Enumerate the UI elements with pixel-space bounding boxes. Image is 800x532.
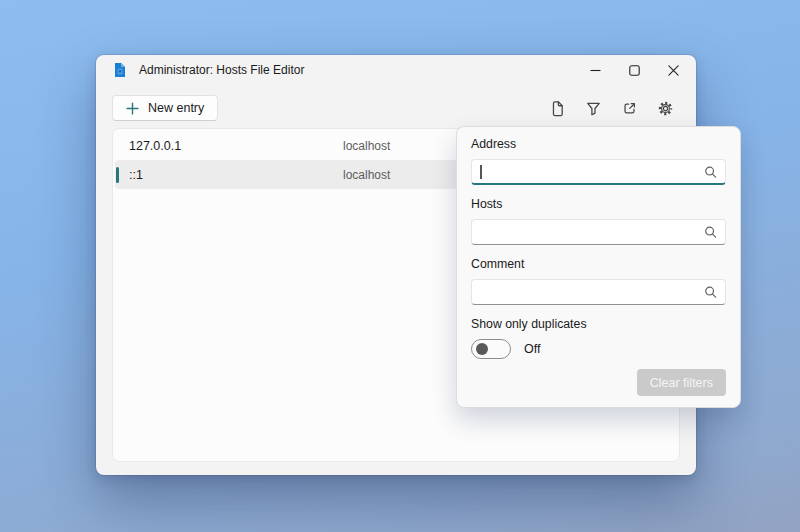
duplicates-toggle-row: Off: [471, 339, 726, 359]
maximize-icon: [629, 65, 640, 76]
address-filter-field[interactable]: [471, 159, 726, 185]
toggle-knob: [476, 343, 488, 355]
row-hosts: localhost: [343, 139, 390, 153]
hosts-filter-label: Hosts: [471, 197, 726, 212]
selection-indicator: [116, 167, 119, 183]
new-file-icon: [549, 100, 566, 117]
toolbar-icons: [549, 100, 680, 117]
plus-icon: [126, 102, 139, 115]
maximize-button[interactable]: [615, 57, 654, 84]
comment-filter-field[interactable]: [471, 279, 726, 305]
clear-filters-button[interactable]: Clear filters: [637, 369, 726, 396]
comment-filter-label: Comment: [471, 257, 726, 272]
filter-button[interactable]: [585, 100, 602, 117]
open-external-icon: [621, 100, 638, 117]
comment-filter-input[interactable]: [472, 280, 725, 304]
close-icon: [668, 65, 679, 76]
hosts-filter-input[interactable]: [472, 220, 725, 244]
hosts-filter-field[interactable]: [471, 219, 726, 245]
settings-button[interactable]: [657, 100, 674, 117]
row-hosts: localhost: [343, 168, 390, 182]
toolbar: New entry: [96, 85, 696, 121]
close-button[interactable]: [654, 57, 693, 84]
address-filter-label: Address: [471, 137, 726, 152]
show-only-duplicates-label: Show only duplicates: [471, 317, 726, 331]
row-address: 127.0.0.1: [129, 139, 343, 153]
new-entry-label: New entry: [148, 101, 204, 115]
toggle-state-label: Off: [524, 342, 540, 356]
window-controls: [576, 57, 693, 84]
text-caret: [480, 165, 482, 179]
minimize-icon: [590, 65, 601, 76]
filter-icon: [585, 100, 602, 117]
titlebar[interactable]: Administrator: Hosts File Editor: [96, 55, 696, 85]
minimize-button[interactable]: [576, 57, 615, 84]
settings-gear-icon: [657, 100, 674, 117]
search-icon: [703, 164, 718, 179]
filter-popup: Address Hosts Comment Show only duplicat…: [456, 126, 741, 408]
new-file-button[interactable]: [549, 100, 566, 117]
open-external-button[interactable]: [621, 100, 638, 117]
app-icon: [112, 62, 128, 78]
row-address: ::1: [129, 168, 343, 182]
duplicates-toggle[interactable]: [471, 339, 511, 359]
search-icon: [703, 285, 718, 300]
search-icon: [703, 225, 718, 240]
new-entry-button[interactable]: New entry: [112, 95, 218, 121]
window-title: Administrator: Hosts File Editor: [139, 63, 304, 77]
address-filter-input[interactable]: [472, 160, 725, 183]
desktop: { "window": { "title": "Administrator: H…: [0, 0, 800, 532]
